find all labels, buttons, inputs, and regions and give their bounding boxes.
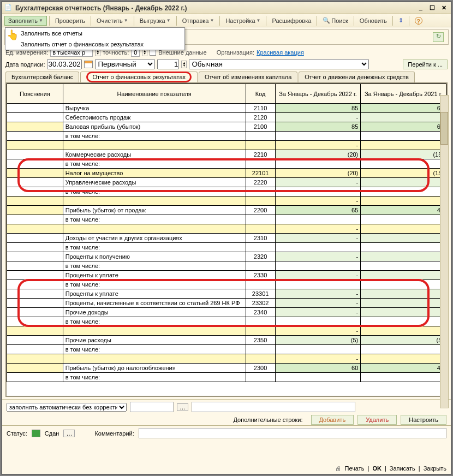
table-row[interactable]: --: [7, 141, 446, 150]
status-value: Сдан: [45, 430, 59, 437]
table-row[interactable]: --: [7, 326, 446, 336]
doc-icon: 📄: [4, 4, 13, 13]
menu-fill-fin[interactable]: Заполнить отчет о финансовых результатах: [5, 39, 184, 50]
variant-select[interactable]: Обычная: [189, 59, 369, 69]
status-browse[interactable]: …: [63, 430, 75, 437]
print-button[interactable]: Печать: [344, 465, 364, 472]
vertical-scrollbar[interactable]: [440, 95, 449, 408]
titlebar: 📄 Бухгалтерская отчетность (Январь - Дек…: [2, 2, 451, 14]
check-button[interactable]: Проверить: [52, 16, 88, 25]
table-area: Пояснения Наименование показателя Код За…: [5, 82, 448, 397]
app-window: 📄 Бухгалтерская отчетность (Январь - Дек…: [1, 1, 452, 475]
table-row[interactable]: Коммерческие расходы2210(20)(15): [7, 150, 446, 159]
table-row[interactable]: Доходы от участия в других организациях2…: [7, 234, 446, 243]
table-row[interactable]: Прочие доходы2340--: [7, 308, 446, 317]
table-row[interactable]: в том числе:: [7, 132, 446, 141]
table-row[interactable]: в том числе:: [7, 280, 446, 289]
th-c1: За Январь - Декабрь 2022 г.: [275, 84, 361, 104]
table-row[interactable]: Прочие расходы2350(5)(5): [7, 336, 446, 345]
page-input[interactable]: [157, 59, 179, 69]
table-row[interactable]: Проценты, начисленные в соответствии со …: [7, 299, 446, 308]
table-row[interactable]: в том числе:: [7, 159, 446, 169]
table-row[interactable]: в том числе:: [7, 243, 446, 252]
goto-button[interactable]: Перейти к ...: [403, 59, 448, 69]
comment-label: Комментарий:: [94, 430, 134, 437]
clear-button[interactable]: Очистить▼: [93, 16, 132, 25]
th-code: Код: [246, 84, 275, 104]
type-select[interactable]: Первичный: [95, 59, 155, 69]
tab-finresults[interactable]: Отчет о финансовых результатах: [80, 72, 198, 82]
add-button[interactable]: Добавить: [311, 415, 354, 425]
scroll-thumb[interactable]: [440, 112, 448, 145]
status-row: Статус: Сдан … Комментарий:: [2, 425, 451, 441]
table-row[interactable]: в том числе:: [7, 215, 446, 224]
extra-lines-bar: Дополнительные строки: Добавить Удалить …: [2, 414, 451, 425]
table-row[interactable]: Проценты к уплате2330--: [7, 271, 446, 280]
th-name: Наименование показателя: [63, 84, 246, 104]
table-row[interactable]: в том числе:: [7, 373, 446, 382]
fill-dropdown: 👆 Заполнить все отчеты Заполнить отчет о…: [5, 27, 185, 50]
toolbar: Заполнить▼ Проверить Очистить▼ Выгрузка▼…: [2, 14, 451, 27]
bottom-input-2[interactable]: [192, 402, 355, 412]
sign-date-label: Дата подписи:: [5, 61, 45, 68]
date-row: Дата подписи: Первичный ▲▼ Обычная Перей…: [2, 58, 451, 70]
extra-label: Дополнительные строки:: [234, 416, 303, 423]
message-refresh-button[interactable]: ↻: [433, 32, 444, 42]
ok-button[interactable]: OK: [372, 465, 382, 472]
cursor-icon: 👆: [7, 29, 19, 41]
settings-button[interactable]: Настройка▼: [222, 16, 264, 25]
decode-button[interactable]: Расшифровка: [269, 16, 314, 25]
footer: 🖨 Печать | OK | Записать | Закрыть: [335, 465, 446, 472]
data-table: Пояснения Наименование показателя Код За…: [7, 84, 446, 382]
minimize-button[interactable]: _: [416, 4, 426, 11]
table-row[interactable]: Прибыль (убыток) от продаж22006548: [7, 206, 446, 215]
updown-button[interactable]: ⇕: [395, 16, 407, 25]
print-icon: 🖨: [335, 465, 341, 472]
table-row[interactable]: Налог на имущество22101(20)(15): [7, 169, 446, 178]
send-button[interactable]: Отправка▼: [179, 16, 218, 25]
table-row[interactable]: Управленческие расходы2220--: [7, 178, 446, 187]
tab-cashflow[interactable]: Отчет о движении денежных средств: [299, 72, 414, 82]
org-label: Организация:: [217, 49, 254, 56]
tab-capital[interactable]: Отчет об изменениях капитала: [199, 72, 297, 82]
table-row[interactable]: Проценты к уплате23301--: [7, 289, 446, 299]
table-row[interactable]: --: [7, 197, 446, 206]
menu-fill-all[interactable]: 👆 Заполнить все отчеты: [5, 28, 184, 39]
table-row[interactable]: Проценты к получению2320--: [7, 252, 446, 261]
table-row[interactable]: в том числе:: [7, 345, 446, 354]
close-button[interactable]: ✕: [439, 4, 449, 11]
configure-button[interactable]: Настроить: [401, 415, 446, 425]
tabs: Бухгалтерский баланс Отчет о финансовых …: [2, 72, 451, 82]
comment-input[interactable]: [139, 428, 446, 438]
maximize-button[interactable]: ☐: [427, 4, 437, 11]
close-link[interactable]: Закрыть: [424, 465, 446, 472]
tab-balance[interactable]: Бухгалтерский баланс: [5, 72, 79, 82]
fill-mode-select[interactable]: заполнять автоматически без корректировк: [7, 403, 127, 412]
refresh-button[interactable]: Обновить: [356, 16, 390, 25]
table-row[interactable]: --: [7, 224, 446, 234]
bottom-input-1[interactable]: [130, 402, 174, 412]
calendar-icon[interactable]: [84, 61, 93, 68]
page-spinner[interactable]: ▲▼: [181, 61, 187, 68]
window-controls: _ ☐ ✕: [416, 4, 449, 11]
th-c2: За Январь - Декабрь 2021 г.: [361, 84, 446, 104]
sign-date-input[interactable]: [47, 59, 82, 69]
window-title: Бухгалтерская отчетность (Январь - Декаб…: [15, 4, 416, 12]
delete-button[interactable]: Удалить: [357, 415, 397, 425]
table-row[interactable]: Прибыль (убыток) до налогообложения23006…: [7, 364, 446, 373]
save-button[interactable]: Записать: [390, 465, 415, 472]
org-link[interactable]: Красивая акация: [257, 49, 304, 56]
help-button[interactable]: ?: [412, 16, 426, 26]
bottom-browse-1[interactable]: …: [177, 403, 188, 411]
upload-button[interactable]: Выгрузка▼: [136, 16, 174, 25]
table-row[interactable]: Валовая прибыль (убыток)21008563: [7, 122, 446, 132]
table-row[interactable]: в том числе:: [7, 261, 446, 271]
th-expl: Пояснения: [7, 84, 63, 104]
table-row[interactable]: в том числе:: [7, 187, 446, 197]
table-row[interactable]: Себестоимость продаж2120--: [7, 113, 446, 122]
table-row[interactable]: Выручка21108563: [7, 104, 446, 113]
table-row[interactable]: в том числе:: [7, 317, 446, 326]
table-row[interactable]: --: [7, 354, 446, 364]
fill-button[interactable]: Заполнить▼: [4, 16, 47, 26]
search-button[interactable]: 🔍Поиск: [319, 16, 351, 25]
